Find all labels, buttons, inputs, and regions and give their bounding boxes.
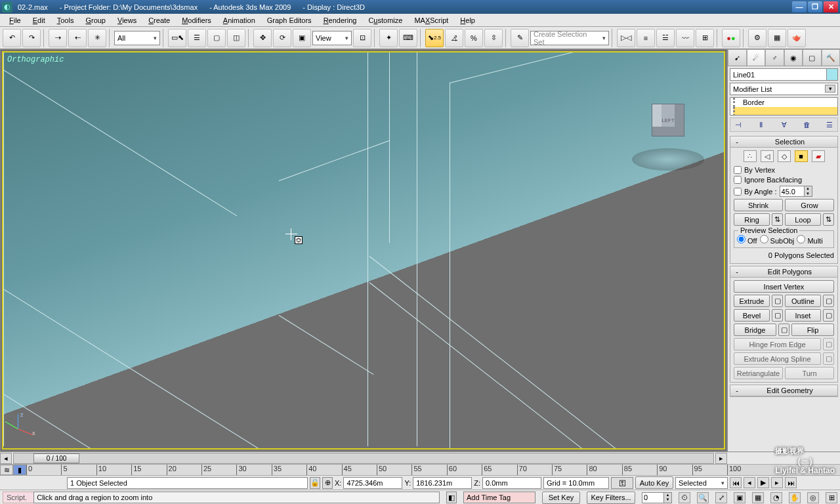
snap-toggle-button[interactable]: ⬊2.5 — [425, 29, 444, 47]
rollout-edit-polygons-header[interactable]: -Edit Polygons — [730, 266, 837, 278]
trackbar-toggle-icon[interactable]: ≋ — [0, 465, 13, 475]
stack-item-selected[interactable] — [733, 107, 837, 116]
tab-utilities[interactable]: 🔨 — [822, 49, 841, 66]
named-selection-edit-button[interactable]: ✎ — [511, 29, 529, 47]
maximize-button[interactable]: ❐ — [808, 1, 822, 12]
key-filters-button[interactable]: Key Filters... — [587, 492, 635, 504]
inset-button[interactable]: Inset — [785, 309, 821, 322]
play-button[interactable]: ▶ — [757, 477, 769, 488]
vertex-level-icon[interactable]: ∴ — [744, 150, 757, 162]
lock-icon[interactable]: 🔒 — [310, 477, 320, 489]
ref-coord-dropdown[interactable]: View — [312, 31, 352, 45]
keyfilter-dropdown[interactable]: Selected — [675, 477, 728, 489]
undo-button[interactable]: ↶ — [3, 29, 21, 47]
menu-animation[interactable]: Animation — [218, 15, 261, 26]
tab-display[interactable]: ▢ — [803, 49, 822, 66]
flip-button[interactable]: Flip — [791, 324, 834, 336]
current-frame-spinner[interactable]: ▲▼ — [642, 492, 672, 503]
by-angle-checkbox[interactable] — [734, 188, 742, 196]
scale-button[interactable]: ▣ — [293, 29, 311, 47]
unlink-button[interactable]: ⇠ — [68, 29, 87, 47]
retriangulate-button[interactable]: Retriangulate — [734, 367, 783, 379]
zoom-extents-button[interactable]: ▣ — [734, 492, 746, 503]
object-name-field[interactable] — [730, 68, 838, 81]
menu-modifiers[interactable]: Modifiers — [177, 15, 217, 26]
arc-rotate-button[interactable]: ◎ — [807, 492, 819, 503]
select-object-button[interactable]: ▭⬉ — [168, 29, 186, 47]
mirror-button[interactable]: ▷◁ — [617, 29, 635, 47]
extrude-spline-settings-button[interactable]: ▢ — [823, 352, 834, 365]
trackbar-key-icon[interactable]: ▮ — [13, 465, 26, 475]
viewcube[interactable]: LEFT — [632, 98, 704, 171]
menu-rendering[interactable]: Rendering — [318, 15, 362, 26]
edge-level-icon[interactable]: ◁ — [761, 150, 774, 162]
modifier-list-dropdown[interactable]: Modifier List — [730, 83, 838, 95]
element-level-icon[interactable]: ▰ — [812, 150, 825, 162]
manipulate-button[interactable]: ✦ — [379, 29, 398, 47]
window-crossing-button[interactable]: ◫ — [227, 29, 245, 47]
zoom-extents-all-button[interactable]: ▦ — [752, 492, 764, 503]
add-time-tag[interactable]: Add Time Tag — [463, 492, 536, 503]
grow-button[interactable]: Grow — [785, 199, 834, 211]
preview-multi-radio[interactable]: Multi — [797, 235, 822, 245]
menu-maxscript[interactable]: MAXScript — [409, 15, 453, 26]
named-selection-dropdown[interactable]: Create Selection Set — [530, 31, 609, 45]
preview-off-radio[interactable]: Off — [737, 235, 757, 245]
y-coord-field[interactable]: 1816.231m — [413, 477, 472, 489]
close-button[interactable]: ✕ — [824, 1, 838, 12]
percent-snap-button[interactable]: % — [465, 29, 483, 47]
select-region-button[interactable]: ▢ — [207, 29, 226, 47]
pan-button[interactable]: ✋ — [789, 492, 801, 503]
bridge-button[interactable]: Bridge — [734, 324, 776, 336]
render-button[interactable]: 🫖 — [788, 29, 806, 47]
inset-settings-button[interactable]: ▢ — [823, 309, 834, 322]
fov-button[interactable]: ◔ — [770, 492, 782, 503]
angle-snap-button[interactable]: ⦨ — [445, 29, 463, 47]
goto-start-button[interactable]: ⏮ — [730, 477, 742, 488]
zoom-button[interactable]: 🔍 — [697, 492, 709, 503]
hinge-from-edge-button[interactable]: Hinge From Edge — [734, 338, 821, 350]
ignore-backfacing-checkbox[interactable]: Ignore Backfacing — [734, 176, 834, 184]
outline-settings-button[interactable]: ▢ — [823, 295, 834, 307]
time-slider-track[interactable]: 0 / 100 — [13, 453, 714, 464]
remove-modifier-icon[interactable]: 🗑 — [801, 119, 812, 131]
extrude-button[interactable]: Extrude — [734, 295, 770, 307]
z-coord-field[interactable]: 0.0mm — [482, 477, 541, 489]
outline-button[interactable]: Outline — [785, 295, 821, 307]
abs-rel-icon[interactable]: ⊕ — [322, 477, 333, 489]
tab-modify[interactable]: ☄ — [747, 49, 766, 66]
spinner-snap-button[interactable]: ⇳ — [484, 29, 503, 47]
preview-subobj-radio[interactable]: SubObj — [760, 235, 795, 245]
auto-key-button[interactable]: Auto Key — [635, 476, 673, 489]
link-button[interactable]: ⇢ — [49, 29, 67, 47]
menu-file[interactable]: File — [4, 15, 26, 26]
viewcube-ring[interactable] — [632, 148, 704, 171]
extrude-along-spline-button[interactable]: Extrude Along Spline — [734, 352, 821, 365]
border-level-icon[interactable]: ◇ — [778, 150, 791, 162]
polygon-level-icon[interactable]: ■ — [795, 150, 808, 162]
bevel-button[interactable]: Bevel — [734, 309, 770, 322]
by-angle-spinner[interactable]: ▲▼ — [780, 186, 812, 197]
modifier-stack[interactable]: Border — [730, 97, 838, 116]
stack-item-border[interactable]: Border — [733, 98, 837, 107]
pin-stack-icon[interactable]: ⊣ — [732, 119, 744, 131]
by-vertex-checkbox[interactable]: By Vertex — [734, 166, 834, 174]
turn-button[interactable]: Turn — [785, 367, 834, 379]
align-button[interactable]: ≡ — [637, 29, 655, 47]
object-name-input[interactable] — [730, 71, 826, 79]
set-key-button[interactable]: Set Key — [542, 492, 580, 504]
tab-motion[interactable]: ◉ — [784, 49, 803, 66]
keyboard-shortcut-button[interactable]: ⌨ — [399, 29, 417, 47]
object-color-swatch[interactable] — [826, 69, 837, 80]
ring-spinner[interactable]: ⇅ — [772, 213, 783, 226]
insert-vertex-button[interactable]: Insert Vertex — [734, 280, 834, 293]
tab-hierarchy[interactable]: ♂ — [765, 49, 784, 66]
menu-create[interactable]: Create — [143, 15, 175, 26]
select-by-name-button[interactable]: ☰ — [188, 29, 206, 47]
extrude-settings-button[interactable]: ▢ — [772, 295, 783, 307]
layer-manager-button[interactable]: ☱ — [656, 29, 675, 47]
loop-button[interactable]: Loop — [785, 213, 821, 226]
bridge-settings-button[interactable]: ▢ — [778, 324, 789, 336]
curve-editor-button[interactable]: 〰 — [676, 29, 694, 47]
rollout-edit-geometry-header[interactable]: -Edit Geometry — [730, 385, 837, 396]
